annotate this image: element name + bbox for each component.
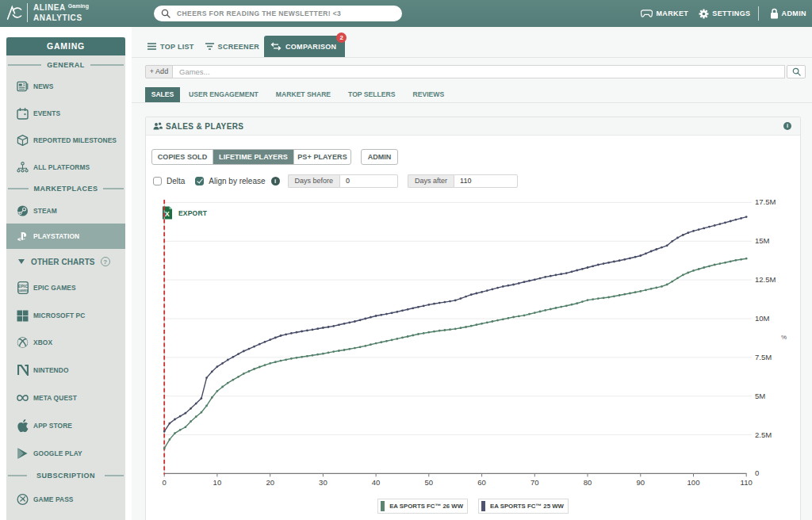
svg-text:90: 90 bbox=[637, 478, 645, 487]
svg-text:50: 50 bbox=[425, 478, 434, 487]
svg-text:0: 0 bbox=[755, 468, 759, 477]
svg-text:%: % bbox=[781, 334, 787, 341]
svg-text:7.5M: 7.5M bbox=[755, 353, 772, 361]
svg-text:2.5M: 2.5M bbox=[755, 430, 772, 439]
svg-text:100: 100 bbox=[688, 478, 700, 487]
svg-text:5M: 5M bbox=[755, 392, 765, 400]
svg-text:20: 20 bbox=[266, 478, 274, 487]
svg-text:17.5M: 17.5M bbox=[755, 197, 776, 206]
svg-text:10: 10 bbox=[213, 478, 222, 487]
svg-text:30: 30 bbox=[319, 478, 327, 487]
svg-text:70: 70 bbox=[530, 478, 539, 487]
svg-text:10M: 10M bbox=[755, 314, 770, 323]
svg-text:110: 110 bbox=[741, 478, 753, 487]
svg-text:12.5M: 12.5M bbox=[755, 275, 776, 284]
svg-text:0: 0 bbox=[163, 478, 167, 487]
svg-text:15M: 15M bbox=[755, 236, 770, 245]
svg-text:80: 80 bbox=[584, 478, 592, 487]
svg-text:60: 60 bbox=[477, 478, 486, 487]
svg-text:40: 40 bbox=[372, 478, 381, 487]
